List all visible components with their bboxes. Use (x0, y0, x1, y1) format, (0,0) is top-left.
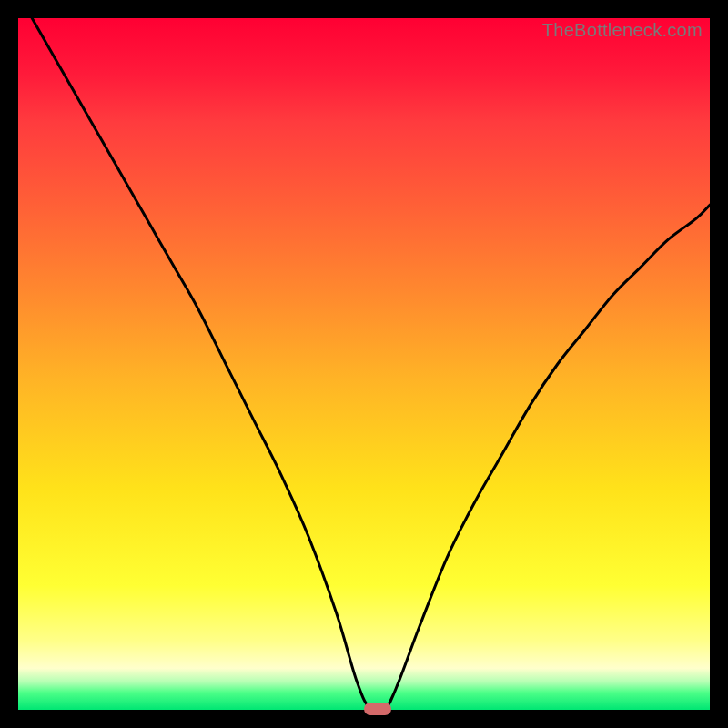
bottleneck-chart: TheBottleneck.com (18, 18, 710, 710)
curve-svg (18, 18, 710, 710)
minimum-marker (364, 703, 391, 715)
bottleneck-curve-path (32, 18, 710, 710)
